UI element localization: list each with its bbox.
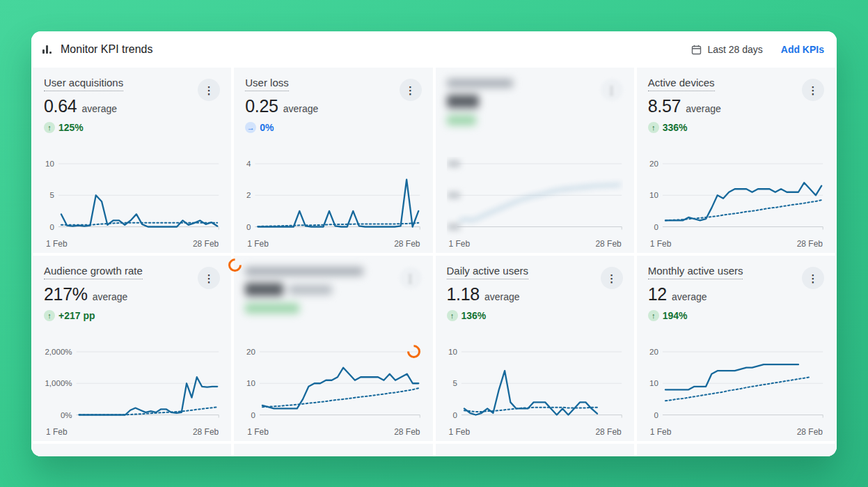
kpi-value-row: 0.64 average — [44, 96, 123, 116]
kpi-value: 8.57 — [648, 96, 681, 116]
kpi-title-link[interactable]: Daily active users — [447, 265, 529, 279]
kpi-chart: 01020 1 Feb 28 Feb — [648, 345, 824, 437]
date-range-selector[interactable]: Last 28 days — [691, 44, 762, 55]
x-axis-end-label: 28 Feb — [595, 427, 621, 437]
svg-text:2,000%: 2,000% — [45, 348, 72, 357]
kpi-menu-button[interactable]: ⋮ — [400, 79, 422, 101]
kpi-chart-svg: 01020 — [648, 157, 824, 237]
trend-arrow-icon: ↑ — [447, 310, 458, 321]
kpi-average-label: average — [686, 103, 721, 114]
kebab-icon: ⋮ — [606, 85, 617, 95]
x-axis-labels: 1 Feb 28 Feb — [245, 425, 421, 437]
kpi-chart: 024 1 Feb 28 Feb — [245, 157, 421, 249]
trend-value: +217 pp — [58, 310, 95, 321]
blurred-average-label — [289, 285, 332, 295]
svg-text:5: 5 — [452, 380, 457, 388]
blurred-trend-badge — [245, 303, 299, 314]
blurred-title — [447, 79, 513, 88]
kpi-dashboard-panel: Monitor KPI trends Last 28 days Add KPIs… — [31, 31, 837, 456]
kebab-icon: ⋮ — [405, 85, 416, 95]
x-axis-labels: 1 Feb 28 Feb — [245, 237, 421, 249]
kpi-card: Active devices 8.57 average ↑ 336% — [637, 68, 835, 253]
kpi-title-link[interactable]: User acquisitions — [44, 77, 123, 91]
x-axis-end-label: 28 Feb — [193, 427, 219, 437]
kpi-chart-svg: 0510 — [44, 157, 220, 237]
kpi-menu-button[interactable]: ⋮ — [802, 267, 824, 289]
kpi-title-link[interactable]: User loss — [245, 77, 289, 91]
svg-text:0: 0 — [654, 223, 658, 231]
trend-value: 336% — [663, 122, 688, 133]
trend-arrow-icon: → — [245, 122, 256, 133]
calendar-icon — [691, 45, 702, 55]
kpi-title-link[interactable]: Monthly active users — [648, 265, 743, 279]
trend-arrow-icon: ↑ — [648, 122, 659, 133]
blurred-value — [447, 95, 479, 108]
kpi-menu-button[interactable]: ⋮ — [198, 79, 220, 101]
kpi-menu-button[interactable]: ⋮ — [400, 267, 422, 289]
kpi-chart-svg — [447, 157, 623, 237]
trend-arrow-icon: ↑ — [44, 122, 55, 133]
kpi-card: User acquisitions 0.64 average ↑ 125% — [33, 68, 231, 253]
kpi-card-header: ⋮ — [447, 77, 623, 125]
kpi-trend-badge: ↑ 194% — [648, 310, 743, 321]
kpi-value-row: 217% average — [44, 284, 143, 304]
svg-text:0: 0 — [452, 411, 457, 419]
svg-text:4: 4 — [246, 160, 251, 169]
kpi-card-header: ⋮ — [245, 265, 421, 314]
kpi-value-row: 0.25 average — [245, 96, 318, 116]
x-axis-labels: 1 Feb 28 Feb — [447, 425, 623, 437]
desktop-background: Monitor KPI trends Last 28 days Add KPIs… — [0, 0, 868, 487]
dashboard-title: Monitor KPI trends — [61, 43, 153, 56]
blurred-kpi-header — [245, 267, 363, 314]
svg-text:20: 20 — [649, 348, 658, 357]
kebab-icon: ⋮ — [808, 85, 819, 95]
svg-text:10: 10 — [649, 380, 658, 388]
x-axis-labels: 1 Feb 28 Feb — [44, 237, 220, 249]
kpi-card: User loss 0.25 average → 0% — [234, 68, 432, 253]
x-axis-end-label: 28 Feb — [797, 239, 823, 249]
kpi-chart: 1 Feb 28 Feb — [447, 157, 623, 249]
svg-text:0: 0 — [251, 411, 255, 419]
x-axis-labels: 1 Feb 28 Feb — [44, 425, 220, 437]
kpi-title-link[interactable]: Active devices — [648, 77, 715, 91]
kpi-card-header: Audience growth rate 217% average ↑ +217… — [44, 265, 220, 321]
kpi-card-partial — [637, 444, 835, 456]
kpi-trend-badge: ↑ +217 pp — [44, 310, 143, 321]
x-axis-end-label: 28 Feb — [394, 427, 420, 437]
x-axis-labels: 1 Feb 28 Feb — [648, 425, 824, 437]
x-axis-start-label: 1 Feb — [449, 427, 471, 437]
kpi-value-row: 1.18 average — [447, 284, 529, 304]
x-axis-start-label: 1 Feb — [650, 427, 672, 437]
kpi-card-partial — [234, 444, 432, 456]
kpi-card: Audience growth rate 217% average ↑ +217… — [33, 256, 231, 441]
date-range-label: Last 28 days — [707, 44, 762, 55]
kpi-menu-button[interactable]: ⋮ — [198, 267, 220, 289]
kpi-card-header: Daily active users 1.18 average ↑ 136% — [447, 265, 623, 321]
svg-text:10: 10 — [246, 380, 255, 388]
kpi-average-label: average — [672, 291, 707, 302]
add-kpis-button[interactable]: Add KPIs — [781, 44, 824, 55]
kpi-menu-button[interactable]: ⋮ — [601, 79, 623, 101]
svg-text:0%: 0% — [61, 411, 72, 419]
kpi-chart: 01020 1 Feb 28 Feb — [245, 345, 421, 437]
kebab-icon: ⋮ — [405, 273, 416, 284]
kpi-chart: 01020 1 Feb 28 Feb — [648, 157, 824, 249]
x-axis-start-label: 1 Feb — [247, 239, 269, 249]
svg-text:10: 10 — [45, 160, 54, 169]
kpi-card-partial — [33, 444, 231, 456]
x-axis-end-label: 28 Feb — [193, 239, 219, 249]
kpi-chart: 0510 1 Feb 28 Feb — [447, 345, 623, 437]
svg-text:2: 2 — [246, 192, 251, 200]
x-axis-start-label: 1 Feb — [46, 427, 68, 437]
kpi-value: 1.18 — [447, 284, 480, 304]
trend-value: 125% — [58, 122, 84, 133]
kpi-menu-button[interactable]: ⋮ — [802, 79, 824, 101]
kpi-menu-button[interactable]: ⋮ — [601, 267, 623, 289]
kpi-card-header: Monthly active users 12 average ↑ 194% — [648, 265, 824, 321]
trend-value: 136% — [461, 310, 487, 321]
svg-text:5: 5 — [49, 192, 54, 200]
blurred-title — [245, 267, 363, 276]
kpi-title-link[interactable]: Audience growth rate — [44, 265, 143, 279]
kpi-chart: 0%1,000%2,000% 1 Feb 28 Feb — [44, 345, 220, 437]
x-axis-labels: 1 Feb 28 Feb — [447, 237, 623, 249]
